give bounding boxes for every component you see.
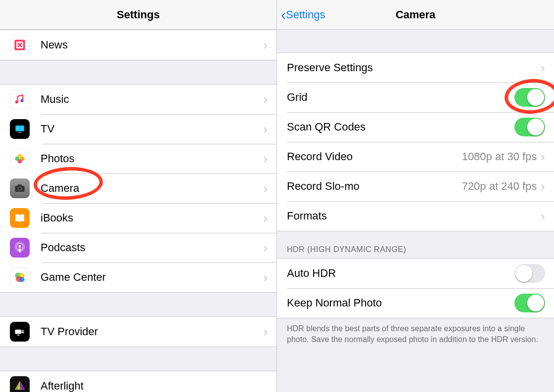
row-scan-qr[interactable]: Scan QR Codes xyxy=(277,112,554,142)
row-record-slomo[interactable]: Record Slo-mo 720p at 240 fps › xyxy=(277,172,554,201)
nav-bar: ‹ Settings Camera xyxy=(277,0,554,30)
chevron-right-icon: › xyxy=(263,324,268,340)
row-label: Music xyxy=(41,93,263,106)
svg-rect-4 xyxy=(15,126,24,131)
row-label: Formats xyxy=(287,210,541,222)
settings-group-news: News › xyxy=(0,30,277,60)
svg-rect-24 xyxy=(17,335,19,336)
camera-group-main: Preserve Settings › Grid Scan QR Codes R… xyxy=(277,52,554,231)
row-label: Preserve Settings xyxy=(287,61,541,74)
game-center-icon xyxy=(10,267,30,287)
afterlight-icon xyxy=(10,376,30,392)
camera-settings-pane: ‹ Settings Camera Preserve Settings › Gr… xyxy=(277,0,554,392)
chevron-right-icon: › xyxy=(541,60,545,76)
chevron-right-icon: › xyxy=(263,38,268,53)
svg-rect-11 xyxy=(18,184,22,186)
camera-icon xyxy=(10,178,30,198)
row-label: Photos xyxy=(41,152,263,165)
row-game-center[interactable]: Game Center › xyxy=(0,262,277,292)
svg-rect-5 xyxy=(18,132,22,133)
chevron-right-icon: › xyxy=(263,211,268,226)
svg-point-2 xyxy=(15,100,18,103)
photos-icon xyxy=(10,149,30,169)
row-tv-provider[interactable]: TV Provider › xyxy=(0,317,277,347)
toggle-scan-qr[interactable] xyxy=(514,118,545,136)
back-label: Settings xyxy=(286,8,325,21)
chevron-right-icon: › xyxy=(263,270,268,285)
row-label: Game Center xyxy=(41,271,263,284)
settings-group-afterlight: Afterlight xyxy=(0,371,277,392)
row-label: TV xyxy=(41,123,263,135)
settings-group-tvprovider: TV Provider › xyxy=(0,316,277,347)
chevron-right-icon: › xyxy=(263,151,268,167)
row-grid[interactable]: Grid xyxy=(277,83,554,112)
row-label: Camera xyxy=(41,182,263,195)
row-tv[interactable]: TV › xyxy=(0,114,277,144)
row-label: Auto HDR xyxy=(287,267,514,280)
camera-group-hdr: Auto HDR Keep Normal Photo xyxy=(277,258,554,318)
svg-rect-21 xyxy=(15,330,21,334)
row-ibooks[interactable]: iBooks › xyxy=(0,203,277,233)
row-value: 720p at 240 fps xyxy=(462,180,537,193)
row-label: Keep Normal Photo xyxy=(287,297,514,309)
toggle-auto-hdr[interactable] xyxy=(514,264,545,283)
chevron-left-icon: ‹ xyxy=(281,7,286,22)
back-button[interactable]: ‹ Settings xyxy=(281,0,325,30)
ibooks-icon xyxy=(10,208,30,228)
row-camera[interactable]: Camera › xyxy=(0,174,277,203)
row-auto-hdr[interactable]: Auto HDR xyxy=(277,259,554,288)
row-label: Record Video xyxy=(287,150,462,163)
chevron-right-icon: › xyxy=(263,181,268,196)
svg-point-9 xyxy=(15,157,19,161)
toggle-grid[interactable] xyxy=(514,88,545,107)
row-label: Record Slo-mo xyxy=(287,180,462,193)
music-icon xyxy=(10,89,30,109)
svg-point-3 xyxy=(20,99,23,102)
row-formats[interactable]: Formats › xyxy=(277,201,554,231)
row-label: News xyxy=(41,39,263,51)
nav-bar: Settings xyxy=(0,0,277,30)
row-value: 1080p at 30 fps xyxy=(462,150,537,163)
chevron-right-icon: › xyxy=(263,122,268,137)
podcasts-icon xyxy=(10,238,30,258)
news-icon xyxy=(10,35,30,55)
svg-rect-23 xyxy=(21,332,24,333)
row-afterlight[interactable]: Afterlight xyxy=(0,371,277,392)
row-record-video[interactable]: Record Video 1080p at 30 fps › xyxy=(277,142,554,172)
svg-point-14 xyxy=(18,245,21,248)
row-label: TV Provider xyxy=(41,325,263,338)
chevron-right-icon: › xyxy=(263,240,268,256)
row-news[interactable]: News › xyxy=(0,30,277,60)
chevron-right-icon: › xyxy=(541,149,545,165)
toggle-keep-normal[interactable] xyxy=(514,294,545,312)
tv-provider-icon xyxy=(10,322,30,342)
row-preserve-settings[interactable]: Preserve Settings › xyxy=(277,53,554,83)
row-photos[interactable]: Photos › xyxy=(0,144,277,174)
row-music[interactable]: Music › xyxy=(0,85,277,114)
row-label: Podcasts xyxy=(41,241,263,254)
row-label: Scan QR Codes xyxy=(287,121,514,133)
row-label: Grid xyxy=(287,91,514,104)
svg-point-13 xyxy=(19,188,21,190)
settings-pane: Settings News › Music › TV › xyxy=(0,0,277,392)
hdr-footer-text: HDR blends the best parts of three separ… xyxy=(277,318,554,353)
settings-group-media: Music › TV › Photos › xyxy=(0,84,277,293)
row-label: iBooks xyxy=(41,212,263,224)
chevron-right-icon: › xyxy=(541,209,545,224)
page-title: Settings xyxy=(117,8,160,21)
svg-rect-22 xyxy=(21,330,24,331)
chevron-right-icon: › xyxy=(541,179,545,194)
row-podcasts[interactable]: Podcasts › xyxy=(0,233,277,262)
row-keep-normal-photo[interactable]: Keep Normal Photo xyxy=(277,288,554,318)
svg-point-20 xyxy=(19,277,25,282)
page-title: Camera xyxy=(396,8,436,21)
tv-icon xyxy=(10,119,30,139)
section-header-hdr: HDR (HIGH DYNAMIC RANGE) xyxy=(277,231,554,258)
row-label: Afterlight xyxy=(41,380,268,392)
chevron-right-icon: › xyxy=(263,92,268,107)
